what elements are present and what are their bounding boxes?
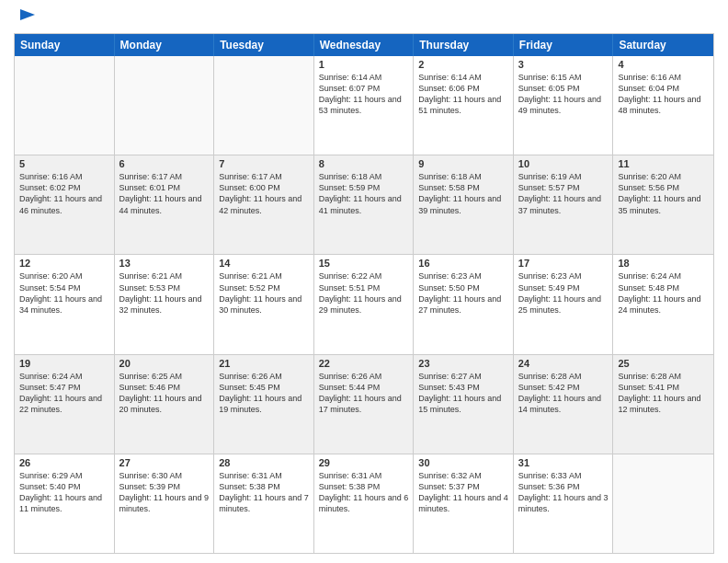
cell-info: Sunrise: 6:23 AMSunset: 5:50 PMDaylight:… [418,270,508,316]
weekday-header: Wednesday [314,34,415,56]
day-number: 19 [19,358,109,369]
cell-info: Sunrise: 6:21 AMSunset: 5:52 PMDaylight:… [219,270,309,316]
calendar-cell: 20Sunrise: 6:25 AMSunset: 5:46 PMDayligh… [115,355,215,454]
calendar-cell [115,56,215,155]
day-number: 24 [518,358,609,369]
day-number: 13 [119,258,210,269]
cell-info: Sunrise: 6:22 AMSunset: 5:51 PMDaylight:… [319,270,409,316]
calendar-header: SundayMondayTuesdayWednesdayThursdayFrid… [15,34,713,56]
cell-info: Sunrise: 6:30 AMSunset: 5:39 PMDaylight:… [119,470,210,515]
day-number: 30 [418,457,508,468]
calendar-week-row: 1Sunrise: 6:14 AMSunset: 6:07 PMDaylight… [15,56,713,155]
cell-info: Sunrise: 6:26 AMSunset: 5:45 PMDaylight:… [219,371,309,416]
day-number: 9 [418,158,508,169]
calendar-cell: 27Sunrise: 6:30 AMSunset: 5:39 PMDayligh… [115,454,215,553]
calendar-cell [15,56,115,155]
logo-flag-icon [17,7,37,26]
logo [14,9,37,26]
calendar-cell: 4Sunrise: 6:16 AMSunset: 6:04 PMDaylight… [613,56,713,155]
cell-info: Sunrise: 6:26 AMSunset: 5:44 PMDaylight:… [319,371,409,416]
calendar-cell: 24Sunrise: 6:28 AMSunset: 5:42 PMDayligh… [514,355,614,454]
calendar-cell: 13Sunrise: 6:21 AMSunset: 5:53 PMDayligh… [115,255,215,353]
cell-info: Sunrise: 6:19 AMSunset: 5:57 PMDaylight:… [518,171,609,216]
cell-info: Sunrise: 6:27 AMSunset: 5:43 PMDaylight:… [418,371,508,416]
day-number: 28 [219,457,309,468]
calendar-body: 1Sunrise: 6:14 AMSunset: 6:07 PMDaylight… [15,56,713,553]
calendar-cell: 18Sunrise: 6:24 AMSunset: 5:48 PMDayligh… [613,255,713,353]
day-number: 31 [518,457,609,468]
day-number: 5 [19,158,109,169]
day-number: 21 [219,358,309,369]
day-number: 14 [219,258,309,269]
cell-info: Sunrise: 6:14 AMSunset: 6:06 PMDaylight:… [418,72,508,117]
day-number: 20 [119,358,210,369]
day-number: 2 [418,59,508,70]
calendar-cell: 28Sunrise: 6:31 AMSunset: 5:38 PMDayligh… [214,454,314,553]
day-number: 16 [418,258,508,269]
cell-info: Sunrise: 6:17 AMSunset: 6:00 PMDaylight:… [219,171,309,216]
cell-info: Sunrise: 6:24 AMSunset: 5:48 PMDaylight:… [618,270,709,316]
day-number: 8 [319,158,409,169]
day-number: 6 [119,158,210,169]
day-number: 12 [19,258,109,269]
calendar-cell: 16Sunrise: 6:23 AMSunset: 5:50 PMDayligh… [414,255,514,353]
svg-marker-0 [20,9,35,20]
cell-info: Sunrise: 6:17 AMSunset: 6:01 PMDaylight:… [119,171,210,216]
day-number: 1 [319,59,409,70]
calendar-cell [613,454,713,553]
calendar-cell: 29Sunrise: 6:31 AMSunset: 5:38 PMDayligh… [314,454,415,553]
calendar-cell: 19Sunrise: 6:24 AMSunset: 5:47 PMDayligh… [15,355,115,454]
calendar-cell: 9Sunrise: 6:18 AMSunset: 5:58 PMDaylight… [414,155,514,254]
cell-info: Sunrise: 6:29 AMSunset: 5:40 PMDaylight:… [19,470,109,515]
day-number: 17 [518,258,609,269]
calendar-cell [214,56,314,155]
weekday-header: Sunday [15,34,115,56]
calendar-cell: 15Sunrise: 6:22 AMSunset: 5:51 PMDayligh… [314,255,415,353]
cell-info: Sunrise: 6:31 AMSunset: 5:38 PMDaylight:… [219,470,309,515]
cell-info: Sunrise: 6:32 AMSunset: 5:37 PMDaylight:… [418,470,508,515]
calendar-cell: 22Sunrise: 6:26 AMSunset: 5:44 PMDayligh… [314,355,415,454]
calendar-cell: 6Sunrise: 6:17 AMSunset: 6:01 PMDaylight… [115,155,215,254]
page: SundayMondayTuesdayWednesdayThursdayFrid… [0,0,728,563]
calendar-cell: 11Sunrise: 6:20 AMSunset: 5:56 PMDayligh… [613,155,713,254]
cell-info: Sunrise: 6:31 AMSunset: 5:38 PMDaylight:… [319,470,409,515]
calendar-cell: 7Sunrise: 6:17 AMSunset: 6:00 PMDaylight… [214,155,314,254]
calendar-week-row: 19Sunrise: 6:24 AMSunset: 5:47 PMDayligh… [15,354,713,454]
calendar: SundayMondayTuesdayWednesdayThursdayFrid… [14,33,714,554]
day-number: 15 [319,258,409,269]
header [14,9,714,26]
calendar-cell: 14Sunrise: 6:21 AMSunset: 5:52 PMDayligh… [214,255,314,353]
day-number: 18 [618,258,709,269]
calendar-cell: 30Sunrise: 6:32 AMSunset: 5:37 PMDayligh… [414,454,514,553]
day-number: 11 [618,158,709,169]
calendar-cell: 25Sunrise: 6:28 AMSunset: 5:41 PMDayligh… [613,355,713,454]
calendar-cell: 1Sunrise: 6:14 AMSunset: 6:07 PMDaylight… [314,56,415,155]
weekday-header: Friday [514,34,614,56]
calendar-cell: 2Sunrise: 6:14 AMSunset: 6:06 PMDaylight… [414,56,514,155]
day-number: 3 [518,59,609,70]
cell-info: Sunrise: 6:14 AMSunset: 6:07 PMDaylight:… [319,72,409,117]
cell-info: Sunrise: 6:16 AMSunset: 6:02 PMDaylight:… [19,171,109,216]
day-number: 25 [618,358,709,369]
cell-info: Sunrise: 6:20 AMSunset: 5:56 PMDaylight:… [618,171,709,216]
weekday-header: Thursday [414,34,514,56]
day-number: 7 [219,158,309,169]
cell-info: Sunrise: 6:21 AMSunset: 5:53 PMDaylight:… [119,270,210,316]
cell-info: Sunrise: 6:16 AMSunset: 6:04 PMDaylight:… [618,72,709,117]
calendar-week-row: 12Sunrise: 6:20 AMSunset: 5:54 PMDayligh… [15,254,713,353]
day-number: 4 [618,59,709,70]
day-number: 26 [19,457,109,468]
calendar-cell: 10Sunrise: 6:19 AMSunset: 5:57 PMDayligh… [514,155,614,254]
weekday-header: Tuesday [214,34,314,56]
calendar-cell: 5Sunrise: 6:16 AMSunset: 6:02 PMDaylight… [15,155,115,254]
calendar-cell: 21Sunrise: 6:26 AMSunset: 5:45 PMDayligh… [214,355,314,454]
calendar-cell: 26Sunrise: 6:29 AMSunset: 5:40 PMDayligh… [15,454,115,553]
cell-info: Sunrise: 6:28 AMSunset: 5:42 PMDaylight:… [518,371,609,416]
calendar-cell: 8Sunrise: 6:18 AMSunset: 5:59 PMDaylight… [314,155,415,254]
cell-info: Sunrise: 6:28 AMSunset: 5:41 PMDaylight:… [618,371,709,416]
weekday-header: Saturday [613,34,713,56]
cell-info: Sunrise: 6:33 AMSunset: 5:36 PMDaylight:… [518,470,609,515]
calendar-week-row: 5Sunrise: 6:16 AMSunset: 6:02 PMDaylight… [15,155,713,254]
cell-info: Sunrise: 6:24 AMSunset: 5:47 PMDaylight:… [19,371,109,416]
calendar-cell: 17Sunrise: 6:23 AMSunset: 5:49 PMDayligh… [514,255,614,353]
